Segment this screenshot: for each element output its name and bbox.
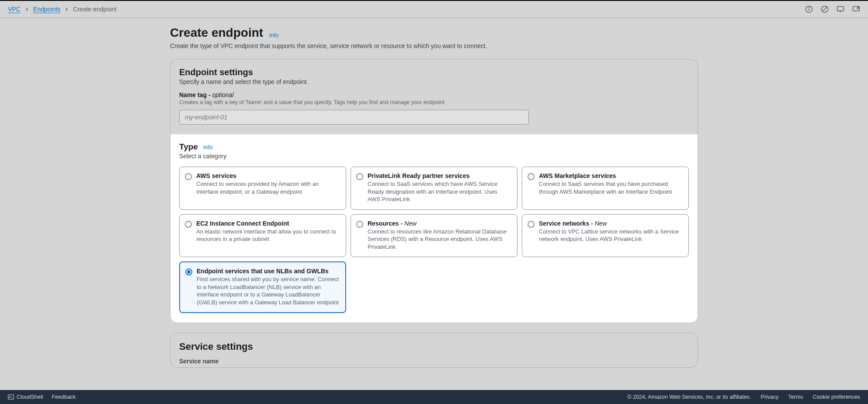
service-name-label: Service name [179, 358, 689, 365]
breadcrumb-link-vpc[interactable]: VPC [8, 6, 21, 13]
new-badge: New [595, 220, 607, 227]
type-option-desc: Connect to resources like Amazon Relatio… [368, 228, 511, 251]
radio-icon [528, 221, 535, 228]
name-tag-field: Name tag - optional Creates a tag with a… [179, 91, 689, 125]
feedback-link[interactable]: Feedback [52, 394, 76, 400]
name-tag-label: Name tag - [179, 91, 212, 98]
info-icon[interactable] [805, 5, 813, 13]
type-heading: Type [179, 142, 198, 152]
type-option-desc: Connect to SaaS services which have AWS … [368, 180, 511, 203]
service-settings-panel: Service settings Service name [170, 333, 698, 368]
cloudshell-button[interactable]: CloudShell [8, 394, 43, 400]
type-option-5[interactable]: Service networks - NewConnect to VPC Lat… [522, 214, 689, 258]
new-badge: New [404, 220, 417, 227]
endpoint-settings-sub: Specify a name and select the type of en… [179, 78, 689, 85]
main-content: Create endpoint Info Create the type of … [163, 18, 705, 368]
breadcrumb: VPC Endpoints Create endpoint [8, 6, 117, 13]
info-link[interactable]: Info [269, 32, 279, 38]
radio-icon [356, 221, 363, 228]
type-option-title: PrivateLink Ready partner services [368, 172, 511, 179]
name-tag-help: Creates a tag with a key of 'Name' and a… [179, 99, 689, 105]
screen-down-icon[interactable] [837, 5, 844, 13]
type-option-desc: Connect to VPC Lattice service networks … [539, 228, 682, 243]
radio-icon [185, 173, 192, 180]
type-option-desc: Connect to services provided by Amazon w… [196, 180, 340, 195]
page-title: Create endpoint [170, 26, 263, 39]
svg-point-2 [809, 7, 809, 8]
type-option-title: EC2 Instance Connect Endpoint [196, 220, 340, 227]
chevron-right-icon [65, 6, 69, 13]
type-option-title: AWS Marketplace services [539, 172, 682, 179]
endpoint-settings-heading: Endpoint settings [179, 67, 689, 77]
type-option-title: Endpoint services that use NLBs and GWLB… [197, 268, 339, 275]
type-option-title: Service networks - New [539, 220, 682, 227]
breadcrumb-link-endpoints[interactable]: Endpoints [33, 6, 60, 13]
page-description: Create the type of VPC endpoint that sup… [170, 42, 698, 49]
type-option-3[interactable]: EC2 Instance Connect EndpointAn elastic … [179, 214, 346, 258]
cookie-preferences-link[interactable]: Cookie preferences [813, 394, 860, 400]
header-bar: VPC Endpoints Create endpoint [0, 1, 868, 18]
page-header: Create endpoint Info Create the type of … [170, 26, 698, 49]
type-option-title: Resources - New [368, 220, 511, 227]
type-option-title: AWS services [196, 172, 340, 179]
radio-icon [528, 173, 535, 180]
svg-line-4 [823, 7, 827, 11]
stop-icon[interactable] [821, 5, 829, 13]
endpoint-settings-panel: Endpoint settings Specify a name and sel… [170, 59, 698, 323]
type-option-desc: An elastic network interface that allow … [196, 228, 340, 243]
svg-rect-5 [837, 7, 844, 11]
chevron-right-icon [25, 6, 29, 13]
type-option-6[interactable]: Endpoint services that use NLBs and GWLB… [179, 261, 346, 313]
radio-icon [356, 173, 363, 180]
name-tag-optional: optional [212, 91, 233, 98]
type-sub: Select a category [179, 153, 689, 160]
footer-bar: CloudShell Feedback © 2024, Amazon Web S… [0, 390, 868, 404]
name-tag-input[interactable] [179, 110, 529, 125]
type-options-grid: AWS servicesConnect to services provided… [179, 167, 689, 313]
type-option-2[interactable]: AWS Marketplace servicesConnect to SaaS … [522, 167, 689, 210]
service-settings-heading: Service settings [179, 341, 689, 352]
copyright-text: © 2024, Amazon Web Services, Inc. or its… [627, 394, 751, 400]
radio-icon [185, 221, 192, 228]
terms-link[interactable]: Terms [788, 394, 803, 400]
header-actions [805, 5, 860, 13]
type-option-desc: Find services shared with you by service… [197, 275, 339, 306]
cloudshell-label: CloudShell [17, 394, 43, 400]
radio-icon [185, 268, 192, 275]
type-option-4[interactable]: Resources - NewConnect to resources like… [351, 214, 517, 258]
type-option-desc: Connect to SaaS services that you have p… [539, 180, 682, 195]
privacy-link[interactable]: Privacy [761, 394, 779, 400]
screen-expand-icon[interactable] [852, 5, 860, 13]
breadcrumb-current: Create endpoint [73, 6, 117, 13]
type-option-0[interactable]: AWS servicesConnect to services provided… [179, 167, 346, 210]
type-info-link[interactable]: Info [203, 144, 213, 150]
type-section: Type Info Select a category AWS services… [170, 134, 698, 323]
type-option-1[interactable]: PrivateLink Ready partner servicesConnec… [351, 167, 517, 210]
